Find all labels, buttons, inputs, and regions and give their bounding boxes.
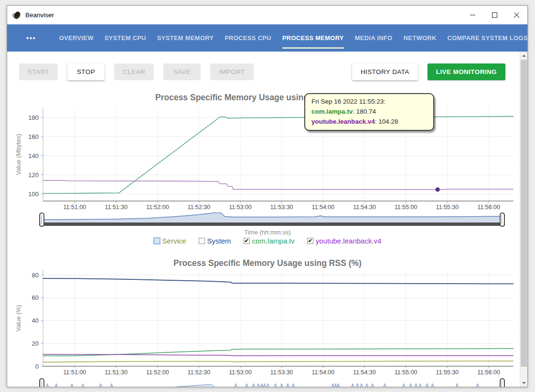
- svg-text:11:51:00: 11:51:00: [64, 369, 86, 375]
- svg-text:120: 120: [28, 171, 39, 179]
- vertical-scrollbar[interactable]: [520, 52, 527, 387]
- x-axis-title: Time (hh:mm:ss): [7, 229, 527, 236]
- tooltip-entry: youtube.leanback.v4: 104.28: [311, 117, 427, 127]
- navbar: ••• OVERVIEWSYSTEM CPUSYSTEM MEMORYPROCE…: [7, 24, 527, 52]
- toolbar-right: HISTORY DATA LIVE MONITORING: [352, 64, 505, 80]
- svg-text:11:55:30: 11:55:30: [436, 204, 459, 211]
- svg-text:11:55:00: 11:55:00: [395, 204, 417, 211]
- tab-media-info[interactable]: MEDIA INFO: [355, 24, 393, 52]
- app-window: Beanviser ••• OVERVIEWSYSTEM CPUSYSTEM M…: [7, 5, 528, 387]
- svg-text:11:52:30: 11:52:30: [188, 204, 211, 211]
- tab-process-memory[interactable]: PROCESS MEMORY: [282, 24, 344, 52]
- svg-text:11:52:30: 11:52:30: [188, 369, 211, 375]
- svg-text:11:54:00: 11:54:00: [312, 369, 335, 375]
- scroll-up-button[interactable]: [520, 52, 527, 59]
- legend-checkbox-com-lampa-tv[interactable]: ✔: [244, 238, 250, 244]
- range-handle-right[interactable]: [500, 378, 505, 387]
- range-handle-right[interactable]: [500, 212, 505, 227]
- minimize-icon: [470, 15, 475, 15]
- legend-item-service: Service: [154, 237, 186, 245]
- svg-text:11:53:30: 11:53:30: [270, 204, 293, 211]
- svg-text:11:53:30: 11:53:30: [270, 369, 293, 375]
- maximize-button[interactable]: [483, 6, 505, 24]
- svg-text:80: 80: [32, 272, 39, 279]
- range-preview-spikes: [39, 378, 505, 387]
- start-button: START: [19, 64, 58, 80]
- tab-network[interactable]: NETWORK: [404, 24, 437, 52]
- svg-text:100: 100: [28, 191, 39, 198]
- svg-text:11:52:00: 11:52:00: [146, 369, 169, 375]
- legend-checkbox-service[interactable]: [154, 238, 160, 244]
- svg-text:11:53:00: 11:53:00: [229, 369, 252, 375]
- chart-tooltip: Fri Sep 16 2022 11:55:23: com.lampa.tv: …: [304, 93, 434, 131]
- svg-text:11:51:00: 11:51:00: [64, 204, 86, 211]
- svg-text:11:51:30: 11:51:30: [105, 369, 128, 375]
- svg-text:0: 0: [35, 363, 39, 370]
- tooltip-entry: com.lampa.tv: 180.74: [311, 106, 427, 117]
- legend-label-com-lampa-tv: com.lampa.tv: [252, 237, 295, 245]
- svg-text:11:53:00: 11:53:00: [229, 204, 252, 211]
- legend-label-system: System: [207, 237, 231, 245]
- range-handle-left[interactable]: [39, 212, 44, 227]
- live-monitoring-button[interactable]: LIVE MONITORING: [428, 64, 505, 80]
- clear-button: CLEAR: [114, 64, 154, 80]
- import-button: IMPORT: [210, 64, 254, 80]
- chart2-range-selector[interactable]: [39, 378, 505, 387]
- svg-text:11:56:00: 11:56:00: [477, 369, 500, 375]
- svg-text:11:54:30: 11:54:30: [353, 369, 376, 375]
- nav-tabs: OVERVIEWSYSTEM CPUSYSTEM MEMORYPROCESS C…: [59, 24, 528, 52]
- tab-compare-system-logs[interactable]: COMPARE SYSTEM LOGS: [448, 24, 528, 52]
- window-controls: [461, 6, 527, 24]
- legend-label-youtube-leanback-v4: youtube.leanback.v4: [316, 237, 382, 245]
- minimize-button[interactable]: [461, 6, 483, 24]
- tab-system-cpu[interactable]: SYSTEM CPU: [105, 24, 146, 52]
- close-button[interactable]: [505, 6, 527, 24]
- svg-text:11:51:30: 11:51:30: [105, 204, 128, 211]
- svg-text:40: 40: [32, 317, 39, 324]
- titlebar: Beanviser: [7, 6, 527, 24]
- content-area: STARTSTOPCLEARSAVEIMPORT HISTORY DATA LI…: [7, 52, 527, 387]
- svg-text:180: 180: [28, 114, 39, 121]
- legend-checkbox-youtube-leanback-v4[interactable]: ✔: [307, 238, 313, 244]
- arrow-down-icon: [522, 382, 526, 384]
- tab-process-cpu[interactable]: PROCESS CPU: [225, 24, 271, 52]
- range-track[interactable]: [39, 222, 505, 226]
- svg-text:11:54:30: 11:54:30: [353, 204, 376, 211]
- app-icon: [12, 11, 21, 20]
- memory-usage-percent-chart[interactable]: 02040608011:51:0011:51:3011:52:0011:52:3…: [12, 262, 518, 375]
- svg-text:11:56:00: 11:56:00: [477, 204, 500, 211]
- svg-text:11:55:00: 11:55:00: [395, 369, 417, 375]
- tooltip-timestamp: Fri Sep 16 2022 11:55:23:: [311, 96, 427, 106]
- overflow-menu-button[interactable]: •••: [26, 34, 36, 42]
- svg-text:11:55:30: 11:55:30: [436, 369, 459, 375]
- maximize-icon: [492, 12, 497, 18]
- toolbar-left: STARTSTOPCLEARSAVEIMPORT: [19, 64, 254, 80]
- legend-label-service: Service: [162, 237, 186, 245]
- svg-text:11:54:00: 11:54:00: [312, 204, 335, 211]
- series-legend: ServiceSystem✔com.lampa.tv✔youtube.leanb…: [7, 237, 527, 245]
- legend-item-youtube-leanback-v4: ✔youtube.leanback.v4: [307, 237, 382, 245]
- arrow-up-icon: [522, 54, 526, 57]
- svg-text:60: 60: [32, 294, 39, 301]
- svg-text:160: 160: [28, 133, 39, 140]
- scrollbar-thumb[interactable]: [521, 60, 527, 367]
- app-title: Beanviser: [25, 11, 54, 19]
- svg-text:140: 140: [28, 152, 39, 159]
- stop-button[interactable]: STOP: [67, 64, 105, 80]
- tab-system-memory[interactable]: SYSTEM MEMORY: [157, 24, 214, 52]
- svg-text:Value (Mbytes): Value (Mbytes): [15, 134, 22, 175]
- tab-overview[interactable]: OVERVIEW: [59, 24, 94, 52]
- save-button: SAVE: [163, 64, 201, 80]
- range-handle-left[interactable]: [39, 378, 44, 387]
- svg-text:11:52:00: 11:52:00: [146, 204, 169, 211]
- legend-item-system: System: [199, 237, 231, 245]
- svg-text:Value (%): Value (%): [15, 305, 22, 331]
- memory-usage-mbytes-chart[interactable]: 10012014016018011:51:0011:51:3011:52:001…: [12, 99, 518, 213]
- svg-text:20: 20: [32, 340, 39, 347]
- legend-item-com-lampa-tv: ✔com.lampa.tv: [244, 237, 295, 245]
- legend-checkbox-system[interactable]: [199, 238, 205, 244]
- close-icon: [514, 12, 520, 18]
- history-data-button[interactable]: HISTORY DATA: [352, 64, 418, 80]
- chart1-range-selector[interactable]: [39, 212, 505, 227]
- scroll-down-button[interactable]: [520, 379, 527, 387]
